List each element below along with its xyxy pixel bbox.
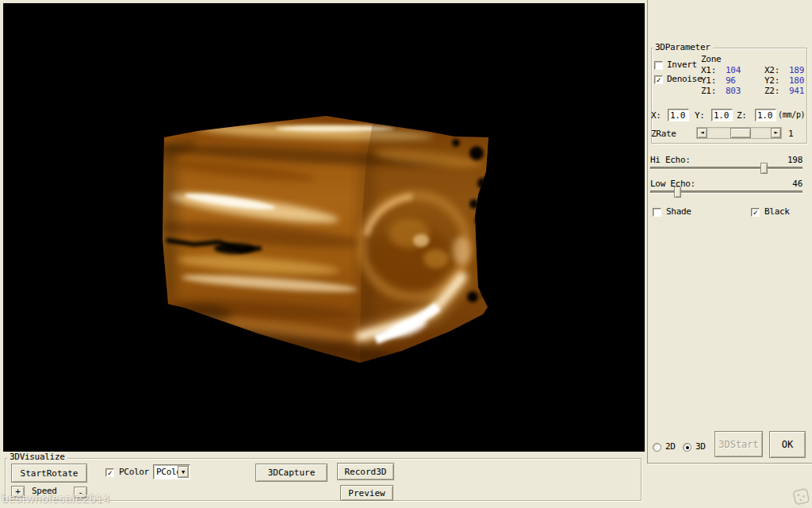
low-echo-label: Low Echo: (650, 179, 695, 189)
watermark-dice-icon (792, 487, 811, 506)
radio-2d[interactable] (653, 443, 661, 452)
zrate-scroll-left-button[interactable]: ◄ (697, 128, 707, 138)
watermark-text: bestwholesale2014 (2, 491, 110, 505)
y-scale-input[interactable] (711, 109, 733, 121)
zone-value: 96 (726, 76, 764, 86)
zone-row: X1: 104 X2: 189 (701, 66, 807, 75)
hi-echo-slider-thumb[interactable] (760, 163, 768, 174)
pcolor-checkbox[interactable]: ✓ (105, 468, 114, 477)
record3d-button[interactable]: Record3D (337, 463, 394, 480)
panel-divider-vertical (647, 0, 648, 464)
zrate-value: 1 (788, 129, 793, 139)
zone-value: 180 (789, 76, 804, 86)
preview-button[interactable]: Preview (340, 485, 393, 501)
radio-dot (686, 446, 689, 449)
chevron-down-icon: ▼ (182, 469, 185, 475)
parameter-group-title: 3DParameter (653, 43, 713, 52)
shade-checkbox[interactable] (653, 208, 661, 217)
arrow-left-icon: ◄ (701, 129, 704, 137)
ultrasound-volume-render (3, 3, 645, 452)
pcolor-dropdown-button[interactable]: ▼ (178, 466, 189, 478)
zone-value: 941 (789, 87, 804, 96)
zone-key: X1: (701, 66, 726, 75)
viewport-3d[interactable] (3, 3, 645, 452)
z-scale-input[interactable] (755, 109, 776, 121)
zone-key: Z1: (701, 87, 726, 96)
low-echo-slider-track[interactable] (650, 190, 802, 194)
app-window: 3DParameter Invert ✓ Denoise Zone X1: 10… (0, 0, 812, 508)
black-label: Black (764, 207, 790, 217)
ok-button[interactable]: OK (769, 431, 806, 458)
x-scale-label: X: (651, 111, 661, 121)
zone-key: X2: (764, 66, 789, 75)
3dstart-button[interactable]: 3DStart (714, 431, 763, 457)
z-scale-label: Z: (737, 111, 747, 121)
scale-unit-label: (mm/p) (778, 110, 805, 120)
black-checkbox[interactable]: ✓ (751, 208, 760, 217)
low-echo-value: 46 (773, 179, 802, 189)
pcolor-label: PColor (119, 468, 149, 477)
3dcapture-button[interactable]: 3DCapture (255, 464, 327, 482)
zrate-label: ZRate (651, 129, 676, 139)
denoise-label: Denoise (667, 75, 702, 84)
zone-value: 189 (789, 66, 804, 75)
low-echo-slider-thumb[interactable] (674, 187, 681, 198)
zone-row: Z1: 803 Z2: 941 (701, 87, 807, 96)
start-rotate-button[interactable]: StartRotate (11, 464, 87, 483)
invert-label: Invert (667, 60, 697, 70)
radio-3d[interactable] (683, 443, 691, 452)
radio-3d-label: 3D (695, 442, 706, 452)
zone-value: 104 (726, 66, 764, 75)
arrow-right-icon: ► (775, 129, 778, 137)
denoise-checkbox[interactable]: ✓ (654, 75, 663, 84)
invert-checkbox[interactable] (654, 61, 663, 70)
check-icon: ✓ (108, 469, 113, 476)
check-icon: ✓ (657, 76, 661, 83)
shade-label: Shade (666, 207, 691, 217)
hi-echo-label: Hi Echo: (650, 156, 691, 165)
zone-value: 803 (726, 87, 764, 96)
y-scale-label: Y: (695, 111, 705, 121)
zone-key: Y2: (764, 76, 789, 86)
zrate-scrollbar[interactable]: ◄ ► (696, 127, 782, 139)
zone-label: Zone (701, 55, 721, 64)
radio-2d-label: 2D (665, 442, 676, 452)
hi-echo-value: 198 (773, 156, 802, 165)
zone-key: Y1: (701, 76, 726, 86)
zrate-scroll-right-button[interactable]: ► (771, 128, 781, 138)
check-icon: ✓ (753, 209, 758, 216)
visualize-group-title: 3DVisualize (7, 452, 67, 462)
zone-key: Z2: (764, 87, 789, 96)
pcolor-dropdown[interactable]: PColor ▼ (153, 464, 190, 479)
zone-row: Y1: 96 Y2: 180 (701, 76, 807, 86)
zrate-scroll-thumb[interactable] (730, 128, 751, 138)
x-scale-input[interactable] (668, 109, 689, 121)
hi-echo-slider-track[interactable] (650, 167, 802, 170)
panel-divider-horizontal (648, 463, 812, 464)
